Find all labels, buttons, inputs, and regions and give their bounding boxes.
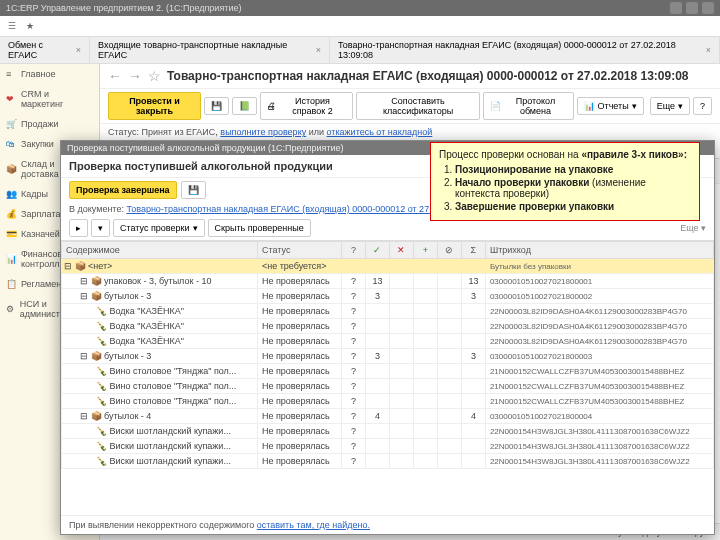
- expand-button[interactable]: ▸: [69, 219, 88, 237]
- tab-0[interactable]: Обмен с ЕГАИС×: [0, 37, 90, 63]
- modal-footer: При выявлении некорректного содержимого …: [61, 515, 714, 534]
- close-button[interactable]: [702, 2, 714, 14]
- more-button[interactable]: Еще ▾: [650, 97, 690, 115]
- tab-2[interactable]: Товарно-транспортная накладная ЕГАИС (вх…: [330, 37, 720, 63]
- close-icon[interactable]: ×: [76, 45, 81, 55]
- window-titlebar: 1С:ERP Управление предприятием 2. (1С:Пр…: [0, 0, 720, 16]
- reject-link[interactable]: откажитесь от накладной: [327, 127, 433, 137]
- save-button[interactable]: 💾: [181, 181, 206, 199]
- history-button[interactable]: 🖨 История справок 2: [260, 92, 353, 120]
- sidebar-item-crm[interactable]: ❤CRM и маркетинг: [0, 84, 99, 114]
- close-icon[interactable]: ×: [706, 45, 711, 55]
- document-title: Товарно-транспортная накладная ЕГАИС (вх…: [167, 69, 712, 83]
- check-grid[interactable]: Содержимое Статус ? ✓ ✕ + ⊘ Σ Штрихкод ⊟…: [61, 241, 714, 515]
- table-row[interactable]: 🍾 Виски шотландский купажи...Не проверял…: [62, 424, 714, 439]
- col-content[interactable]: Содержимое: [62, 242, 258, 259]
- table-row[interactable]: 🍾 Водка "КАЗЁНКА"Не проверялась?22N00003…: [62, 304, 714, 319]
- col-not[interactable]: ⊘: [437, 242, 461, 259]
- table-row[interactable]: ⊟ 📦 бутылок - 4Не проверялась?4403000010…: [62, 409, 714, 424]
- check-done-button[interactable]: Проверка завершена: [69, 181, 177, 199]
- favorite-icon[interactable]: ☆: [148, 68, 161, 84]
- back-icon[interactable]: ←: [108, 68, 122, 84]
- menu-icon[interactable]: ☰: [4, 18, 20, 34]
- col-q[interactable]: ?: [341, 242, 365, 259]
- col-sum[interactable]: Σ: [461, 242, 485, 259]
- col-barcode[interactable]: Штрихкод: [485, 242, 713, 259]
- post-and-close-button[interactable]: Провести и закрыть: [108, 92, 201, 120]
- do-check-link[interactable]: выполните проверку: [220, 127, 306, 137]
- info-callout: Процесс проверки основан на «правиле 3-х…: [430, 142, 700, 221]
- post-button[interactable]: 📗: [232, 97, 257, 115]
- reports-button[interactable]: 📊 Отчеты ▾: [577, 97, 644, 115]
- table-row[interactable]: 🍾 Водка "КАЗЁНКА"Не проверялась?22N00003…: [62, 319, 714, 334]
- table-row[interactable]: 🍾 Вино столовое "Тянджа" пол...Не провер…: [62, 364, 714, 379]
- col-bad[interactable]: ✕: [389, 242, 413, 259]
- col-plus[interactable]: +: [413, 242, 437, 259]
- more-label[interactable]: Еще ▾: [680, 223, 706, 233]
- table-row[interactable]: ⊟ 📦 <нет><не требуется>Бутылки без упако…: [62, 259, 714, 274]
- sidebar-item-sales[interactable]: 🛒Продажи: [0, 114, 99, 134]
- save-button[interactable]: 💾: [204, 97, 229, 115]
- sidebar-item-main[interactable]: ≡Главное: [0, 64, 99, 84]
- status-line: Статус: Принят из ЕГАИС, выполните прове…: [100, 124, 720, 140]
- star-icon[interactable]: ★: [22, 18, 38, 34]
- table-row[interactable]: 🍾 Водка "КАЗЁНКА"Не проверялась?22N00003…: [62, 334, 714, 349]
- document-tabs: Обмен с ЕГАИС× Входящие товарно-транспор…: [0, 37, 720, 64]
- app-title: 1С:ERP Управление предприятием 2. (1С:Пр…: [6, 3, 241, 13]
- table-row[interactable]: 🍾 Вино столовое "Тянджа" пол...Не провер…: [62, 379, 714, 394]
- max-button[interactable]: [686, 2, 698, 14]
- col-ok[interactable]: ✓: [365, 242, 389, 259]
- compare-button[interactable]: Сопоставить классификаторы: [356, 92, 481, 120]
- leave-link[interactable]: оставить там, где найдено.: [257, 520, 370, 530]
- forward-icon[interactable]: →: [128, 68, 142, 84]
- table-row[interactable]: 🍾 Виски шотландский купажи...Не проверял…: [62, 439, 714, 454]
- help-button[interactable]: ?: [693, 97, 712, 115]
- min-button[interactable]: [670, 2, 682, 14]
- tab-1[interactable]: Входящие товарно-транспортные накладные …: [90, 37, 330, 63]
- col-status[interactable]: Статус: [257, 242, 341, 259]
- close-icon[interactable]: ×: [316, 45, 321, 55]
- table-row[interactable]: 🍾 Виски шотландский купажи...Не проверял…: [62, 454, 714, 469]
- protocol-button[interactable]: 📄 Протокол обмена: [483, 92, 573, 120]
- app-toolbar: ☰ ★: [0, 16, 720, 37]
- status-button[interactable]: Статус проверки ▾: [113, 219, 205, 237]
- table-row[interactable]: ⊟ 📦 упаковок - 3, бутылок - 10Не проверя…: [62, 274, 714, 289]
- table-row[interactable]: 🍾 Вино столовое "Тянджа" пол...Не провер…: [62, 394, 714, 409]
- collapse-button[interactable]: ▾: [91, 219, 110, 237]
- table-row[interactable]: ⊟ 📦 бутылок - 3Не проверялась?3303000010…: [62, 289, 714, 304]
- hide-checked-button[interactable]: Скрыть проверенные: [208, 219, 311, 237]
- table-row[interactable]: ⊟ 📦 бутылок - 3Не проверялась?3303000010…: [62, 349, 714, 364]
